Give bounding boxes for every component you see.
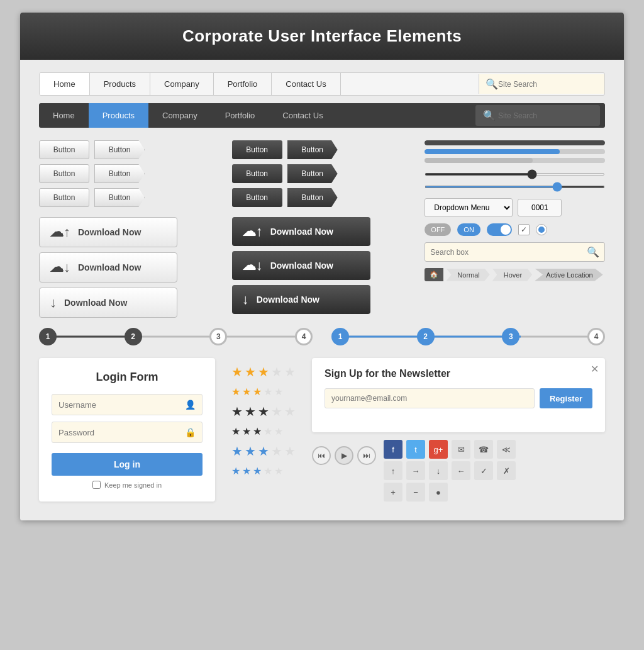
- search-box-icon: 🔍: [587, 246, 599, 258]
- nav-light-item-portfolio[interactable]: Portfolio: [214, 73, 272, 95]
- social-twitter[interactable]: t: [406, 440, 425, 459]
- range-slider-1[interactable]: [425, 173, 605, 176]
- dropdown-menu[interactable]: Dropdown Menu: [425, 198, 513, 217]
- lock-icon: 🔒: [185, 427, 196, 437]
- search-box-input[interactable]: [430, 248, 583, 257]
- step-blue-3: 3: [502, 328, 519, 345]
- nav-dark: Home Products Company Portfolio Contact …: [39, 103, 605, 128]
- nav-light-item-products[interactable]: Products: [90, 73, 150, 95]
- btn-dark-arrow-3[interactable]: Button: [287, 188, 338, 207]
- check-icon[interactable]: ✓: [474, 461, 493, 480]
- username-field[interactable]: 👤: [52, 394, 203, 415]
- btn-dark-3[interactable]: Button: [232, 188, 282, 207]
- progress-blue: 1 2 3 4: [331, 328, 605, 345]
- arrow-down-icon[interactable]: ↓: [429, 461, 448, 480]
- star-1-3[interactable]: ★: [258, 364, 269, 379]
- password-field[interactable]: 🔒: [52, 422, 203, 443]
- star-row-1b: ★ ★ ★ ★ ★: [231, 386, 296, 398]
- dark-buttons-section: Button Button Button Button Button Butto…: [232, 140, 413, 318]
- button-arrow-2[interactable]: Button: [94, 164, 145, 183]
- star-row-3b: ★ ★ ★ ★ ★: [231, 465, 296, 477]
- nav-light-item-contact[interactable]: Contact Us: [272, 73, 340, 95]
- btn-dark-2[interactable]: Button: [232, 164, 282, 183]
- download-dark-1[interactable]: ☁↑ Download Now: [232, 217, 370, 246]
- step-gray-2: 2: [125, 328, 142, 345]
- step-blue-2: 2: [417, 328, 435, 345]
- keep-signed-row: Keep me signed in: [52, 481, 203, 489]
- breadcrumb-hover[interactable]: Hover: [492, 269, 532, 281]
- breadcrumb-active[interactable]: Active Location: [535, 269, 603, 281]
- minus-icon[interactable]: −: [406, 483, 425, 502]
- download-light-3[interactable]: ↓ Download Now: [39, 288, 177, 318]
- button-3[interactable]: Button: [39, 188, 89, 207]
- newsletter-box: ✕ Sign Up for the Newsletter Register: [312, 358, 605, 432]
- media-play[interactable]: ▶: [335, 446, 353, 465]
- media-prev[interactable]: ⏮: [312, 446, 331, 465]
- login-form: Login Form 👤 🔒 Log in Keep me signed in: [39, 358, 215, 502]
- keep-signed-checkbox[interactable]: [92, 481, 101, 489]
- toggle-on[interactable]: ON: [457, 223, 480, 236]
- toggle-off[interactable]: OFF: [425, 223, 451, 236]
- register-button[interactable]: Register: [540, 388, 592, 408]
- nav-light-item-home[interactable]: Home: [40, 73, 90, 95]
- download-dark-icon-2: ☁↓: [242, 257, 263, 274]
- button-1[interactable]: Button: [39, 140, 89, 159]
- x-icon[interactable]: ✗: [497, 461, 516, 480]
- nav-dark-item-company[interactable]: Company: [148, 103, 211, 128]
- bottom-row: Login Form 👤 🔒 Log in Keep me signed in: [39, 358, 605, 502]
- button-arrow-1[interactable]: Button: [94, 140, 145, 159]
- arrow-up-icon[interactable]: ↑: [384, 461, 402, 480]
- bullet-icon[interactable]: ●: [429, 483, 448, 502]
- social-mail[interactable]: ✉: [452, 440, 470, 459]
- nav-dark-item-portfolio[interactable]: Portfolio: [211, 103, 269, 128]
- plus-icon[interactable]: +: [384, 483, 402, 502]
- arrow-right-icon[interactable]: →: [406, 461, 425, 480]
- number-input[interactable]: [518, 199, 562, 216]
- button-2[interactable]: Button: [39, 164, 89, 183]
- star-1-2[interactable]: ★: [245, 364, 256, 379]
- btn-dark-arrow-1[interactable]: Button: [287, 140, 338, 159]
- social-icons-grid: f t g+ ✉ ☎ ≪ ↑ → ↓ ← ✓ ✗ + − ●: [384, 440, 517, 502]
- nav-light-item-company[interactable]: Company: [150, 73, 214, 95]
- nav-dark-search[interactable]: 🔍: [475, 105, 600, 126]
- social-facebook[interactable]: f: [384, 440, 402, 459]
- breadcrumb-home[interactable]: 🏠: [425, 268, 443, 281]
- newsletter-input-row: Register: [325, 388, 592, 408]
- button-arrow-3[interactable]: Button: [94, 188, 145, 207]
- star-1-1[interactable]: ★: [231, 364, 243, 379]
- checkbox-checked[interactable]: ✓: [518, 224, 530, 235]
- breadcrumb-normal[interactable]: Normal: [446, 269, 489, 281]
- nav-dark-item-contact[interactable]: Contact Us: [269, 103, 336, 128]
- media-next[interactable]: ⏭: [357, 446, 376, 465]
- username-input[interactable]: [58, 400, 185, 410]
- social-share[interactable]: ≪: [497, 440, 516, 459]
- btn-dark-1[interactable]: Button: [232, 140, 282, 159]
- radio-selected[interactable]: [536, 224, 547, 235]
- download-dark-3[interactable]: ↓ Download Now: [232, 285, 370, 314]
- nav-dark-item-products[interactable]: Products: [89, 103, 148, 128]
- newsletter-email-input[interactable]: [325, 388, 535, 408]
- download-dark-2[interactable]: ☁↓ Download Now: [232, 251, 370, 280]
- close-button[interactable]: ✕: [591, 363, 599, 375]
- newsletter-title: Sign Up for the Newsletter: [325, 368, 592, 379]
- star-1-4[interactable]: ★: [271, 364, 282, 379]
- arrow-left-icon[interactable]: ←: [452, 461, 470, 480]
- star-row-3: ★ ★ ★ ★ ★: [231, 444, 296, 459]
- social-skype[interactable]: ☎: [474, 440, 493, 459]
- password-input[interactable]: [58, 428, 185, 437]
- download-light-1[interactable]: ☁↑ Download Now: [39, 217, 177, 247]
- nav-light-search-input[interactable]: [498, 80, 598, 89]
- login-button[interactable]: Log in: [52, 453, 203, 476]
- btn-dark-arrow-2[interactable]: Button: [287, 164, 338, 183]
- range-slider-2[interactable]: [425, 186, 605, 188]
- nav-light-search[interactable]: 🔍: [479, 74, 604, 94]
- nav-dark-item-home[interactable]: Home: [39, 103, 89, 128]
- star-row-1: ★ ★ ★ ★ ★: [231, 364, 296, 379]
- toggle-switch[interactable]: [487, 223, 512, 236]
- nav-dark-search-input[interactable]: [498, 111, 592, 120]
- social-google[interactable]: g+: [429, 440, 448, 459]
- download-light-2[interactable]: ☁↓ Download Now: [39, 252, 177, 283]
- star-1-5[interactable]: ★: [284, 364, 296, 379]
- progress-gray: 1 2 3 4: [39, 328, 313, 345]
- content-area: Home Products Company Portfolio Contact …: [20, 60, 624, 520]
